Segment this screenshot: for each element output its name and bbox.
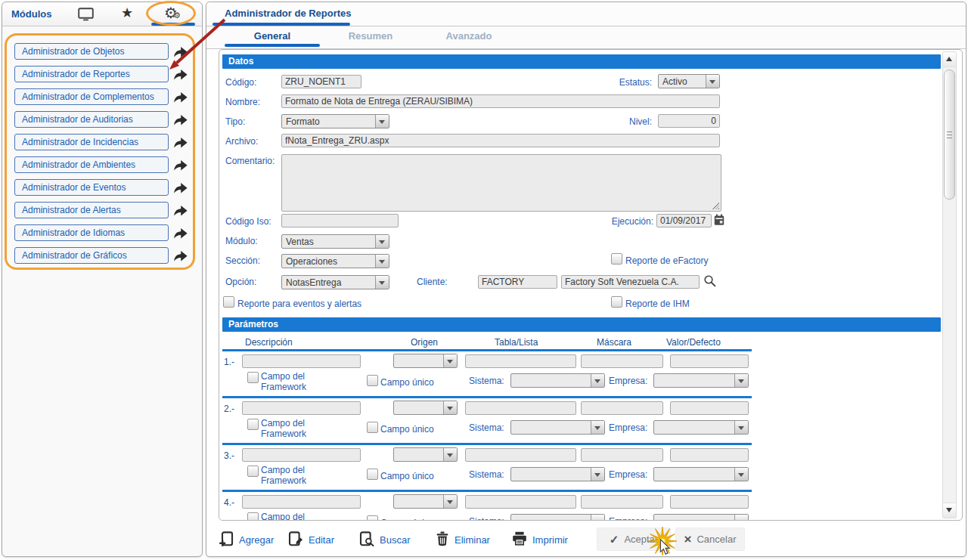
campo-framework-checkbox[interactable]	[247, 419, 259, 430]
scrollbar-thumb[interactable]	[944, 70, 955, 200]
launch-arrow-icon[interactable]	[172, 45, 188, 58]
chevron-down-icon[interactable]	[591, 421, 604, 434]
param-origen-dropdown[interactable]	[393, 401, 458, 415]
sidebar-item-button[interactable]: Administrador de Objetos	[14, 43, 169, 60]
cliente-codigo-input[interactable]	[478, 275, 557, 289]
scroll-up-arrow-icon[interactable]	[943, 52, 956, 67]
sidebar-item-button[interactable]: Administrador de Gráficos	[14, 247, 169, 264]
launch-arrow-icon[interactable]	[172, 181, 188, 194]
empresa-dropdown[interactable]	[653, 420, 749, 435]
chevron-down-icon[interactable]	[734, 515, 748, 521]
chevron-down-icon[interactable]	[734, 374, 748, 387]
editar-button[interactable]: Editar	[288, 528, 334, 551]
search-icon[interactable]	[703, 274, 716, 287]
tipo-dropdown[interactable]: Formato	[281, 114, 389, 128]
sidebar-item-button[interactable]: Administrador de Reportes	[14, 66, 169, 82]
chevron-down-icon[interactable]	[375, 276, 389, 289]
chevron-down-icon[interactable]	[734, 421, 748, 434]
star-icon[interactable]: ★	[121, 5, 133, 21]
monitor-icon[interactable]	[78, 8, 94, 21]
param-valor-defecto-input[interactable]	[670, 448, 749, 462]
chevron-down-icon[interactable]	[706, 75, 719, 88]
estatus-dropdown[interactable]: Activo	[658, 74, 720, 88]
launch-arrow-icon[interactable]	[172, 113, 188, 126]
seccion-dropdown[interactable]: Operaciones	[281, 254, 389, 268]
modulo-dropdown[interactable]: Ventas	[281, 234, 389, 249]
campo-framework-checkbox[interactable]	[247, 466, 259, 477]
param-descripcion-input[interactable]	[242, 354, 361, 368]
launch-arrow-icon[interactable]	[172, 68, 188, 81]
param-valor-defecto-input[interactable]	[670, 354, 749, 368]
sistema-dropdown[interactable]	[510, 420, 605, 435]
codigo-input[interactable]	[281, 75, 361, 88]
chevron-down-icon[interactable]	[375, 255, 389, 268]
campo-unico-checkbox[interactable]	[367, 469, 378, 480]
nivel-input[interactable]	[658, 114, 720, 128]
chevron-down-icon[interactable]	[443, 495, 457, 508]
param-origen-dropdown[interactable]	[393, 447, 458, 462]
chevron-down-icon[interactable]	[591, 468, 604, 481]
launch-arrow-icon[interactable]	[172, 91, 188, 104]
sidebar-item-button[interactable]: Administrador de Ambientes	[14, 156, 169, 173]
chevron-down-icon[interactable]	[591, 515, 604, 521]
sidebar-item-button[interactable]: Administrador de Complementos	[14, 88, 169, 105]
ejecucion-input[interactable]	[656, 214, 712, 227]
param-descripcion-input[interactable]	[242, 401, 361, 415]
chevron-down-icon[interactable]	[443, 354, 457, 367]
calendar-icon[interactable]	[714, 214, 724, 226]
nombre-input[interactable]	[281, 94, 720, 108]
empresa-dropdown[interactable]	[653, 514, 749, 521]
imprimir-button[interactable]: Imprimir	[512, 528, 568, 551]
param-descripcion-input[interactable]	[242, 448, 361, 462]
reporte-ihm-checkbox[interactable]	[611, 296, 622, 308]
chevron-down-icon[interactable]	[734, 468, 748, 481]
archivo-input[interactable]	[281, 134, 720, 147]
sidebar-item-button[interactable]: Administrador de Eventos	[14, 179, 169, 196]
chevron-down-icon[interactable]	[443, 448, 457, 461]
sistema-dropdown[interactable]	[510, 467, 605, 481]
param-tabla-lista-input[interactable]	[465, 401, 576, 415]
opcion-dropdown[interactable]: NotasEntrega	[281, 275, 389, 289]
param-mascara-input[interactable]	[581, 354, 663, 368]
agregar-button[interactable]: Agregar	[219, 528, 274, 551]
codigo-iso-input[interactable]	[281, 214, 399, 227]
sistema-dropdown[interactable]	[510, 373, 605, 388]
launch-arrow-icon[interactable]	[172, 136, 188, 149]
cancelar-button[interactable]: × Cancelar	[675, 528, 745, 551]
tab-avanzado[interactable]: Avanzado	[421, 26, 517, 48]
param-mascara-input[interactable]	[581, 495, 663, 509]
launch-arrow-icon[interactable]	[172, 227, 188, 240]
campo-framework-checkbox[interactable]	[247, 372, 259, 383]
sidebar-item-button[interactable]: Administrador de Alertas	[14, 202, 169, 218]
empresa-dropdown[interactable]	[653, 373, 749, 388]
launch-arrow-icon[interactable]	[172, 249, 188, 262]
sidebar-item-button[interactable]: Administrador de Incidencias	[14, 134, 169, 150]
param-tabla-lista-input[interactable]	[465, 495, 576, 509]
param-valor-defecto-input[interactable]	[670, 401, 749, 415]
campo-unico-checkbox[interactable]	[367, 515, 378, 521]
param-tabla-lista-input[interactable]	[465, 354, 576, 368]
vertical-scrollbar[interactable]	[942, 51, 957, 518]
param-valor-defecto-input[interactable]	[670, 495, 749, 509]
gears-icon[interactable]: ⚙⚙	[164, 4, 178, 22]
buscar-button[interactable]: Buscar	[359, 528, 410, 551]
scroll-down-arrow-icon[interactable]	[943, 503, 956, 518]
chevron-down-icon[interactable]	[591, 374, 604, 387]
campo-framework-checkbox[interactable]	[247, 512, 259, 521]
empresa-dropdown[interactable]	[653, 467, 749, 481]
comentario-textarea[interactable]	[281, 154, 721, 212]
cliente-nombre-input[interactable]	[561, 275, 700, 289]
param-tabla-lista-input[interactable]	[465, 448, 576, 462]
chevron-down-icon[interactable]	[443, 401, 457, 414]
param-mascara-input[interactable]	[581, 448, 663, 462]
param-origen-dropdown[interactable]	[393, 494, 458, 509]
reporte-efactory-checkbox[interactable]	[611, 253, 622, 265]
campo-unico-checkbox[interactable]	[367, 422, 378, 433]
sidebar-item-button[interactable]: Administrador de Idiomas	[14, 224, 169, 241]
param-origen-dropdown[interactable]	[393, 354, 458, 368]
reporte-eventos-checkbox[interactable]	[223, 296, 234, 308]
sistema-dropdown[interactable]	[510, 514, 605, 521]
param-mascara-input[interactable]	[581, 401, 663, 415]
campo-unico-checkbox[interactable]	[367, 375, 378, 386]
param-descripcion-input[interactable]	[242, 495, 361, 509]
